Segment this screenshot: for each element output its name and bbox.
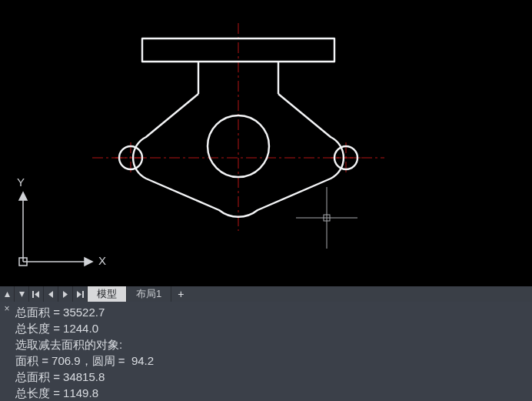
command-window-close-button[interactable]: × [2,303,12,314]
ucs-icon: X Y [15,177,100,269]
tab-model-label: 模型 [97,287,117,301]
svg-marker-15 [19,192,27,200]
tab-add-label: + [178,288,184,300]
svg-rect-22 [32,291,34,298]
command-line: 总面积 = 34815.8 [15,369,529,385]
tab-add-button[interactable]: + [171,286,190,302]
svg-marker-23 [35,291,39,298]
command-line: 总长度 = 1244.0 [15,320,529,336]
tab-layout1-label: 布局1 [136,287,161,301]
svg-marker-24 [48,291,53,298]
tabs-prev-button[interactable] [44,286,58,302]
close-icon: × [4,303,9,314]
tabs-last-button[interactable] [73,286,88,302]
tabs-first-button[interactable] [29,286,44,302]
drawing-canvas[interactable]: X Y [0,0,532,286]
svg-marker-26 [77,291,81,298]
svg-rect-27 [82,291,84,298]
tab-layout1[interactable]: 布局1 [127,286,171,302]
command-line: 总面积 = 35522.7 [15,304,529,320]
tabs-scroll-up-button[interactable] [0,286,15,302]
command-window[interactable]: × 总面积 = 35522.7 总长度 = 1244.0 选取减去面积的对象: … [0,302,532,401]
tabs-scroll-down-button[interactable] [15,286,29,302]
svg-marker-20 [5,292,10,297]
command-line: 选取减去面积的对象: [15,336,529,353]
svg-marker-25 [63,291,68,298]
tab-model[interactable]: 模型 [88,286,127,302]
command-line: 总长度 = 1149.8 [15,385,529,401]
svg-marker-13 [85,258,92,266]
svg-marker-21 [19,292,25,297]
ucs-y-label: Y [17,175,25,189]
command-line: 面积 = 706.9，圆周 = 94.2 [15,353,529,369]
layout-tab-bar: 模型 布局1 + [0,286,532,302]
tabs-next-button[interactable] [58,286,73,302]
ucs-x-label: X [98,254,106,267]
